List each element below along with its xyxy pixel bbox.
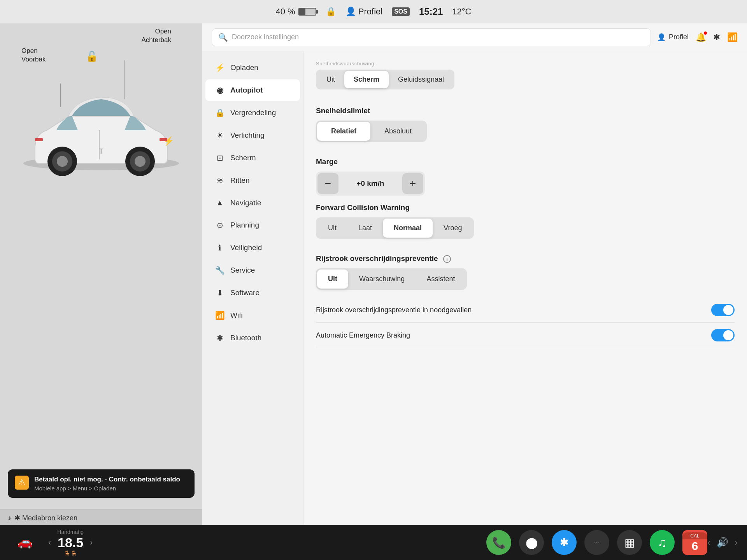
search-bar[interactable]: 🔍 Doorzoek instellingen [212, 28, 651, 46]
veiligheid-icon: ℹ [215, 243, 225, 252]
relatief-button[interactable]: Relatief [317, 122, 370, 141]
warning-text: Betaald opl. niet mog. - Contr. onbetaal… [34, 476, 180, 492]
wifi-label: Wifi [230, 311, 243, 320]
rijstrook-info-icon[interactable]: i [443, 255, 451, 263]
calendar-date: 6 [692, 539, 698, 553]
service-icon: 🔧 [215, 266, 225, 275]
planning-label: Planning [230, 221, 259, 229]
header-profile[interactable]: 👤 Profiel [657, 33, 689, 42]
speed-alert-geluid-button[interactable]: Geluidssignaal [389, 71, 453, 88]
taskbar-right: ‹ 🔊 › [707, 537, 738, 548]
phone-icon: 📞 [492, 536, 506, 549]
wifi-icon: 📶 [215, 311, 225, 320]
speed-alert-uit-button[interactable]: Uit [317, 71, 344, 88]
volume-icon[interactable]: 🔊 [717, 537, 728, 548]
calendar-button[interactable]: CAL 6 [682, 530, 707, 555]
svg-rect-11 [160, 138, 167, 141]
toggle-emergency-braking-switch[interactable] [711, 329, 735, 341]
taskbar: 🚗 ‹ Handmatig 18.5 🪑🪑 › 📞 ⬤ ✱ ··· [0, 525, 747, 560]
screen-icon: ▦ [624, 536, 635, 549]
ritten-icon: ≋ [215, 176, 225, 185]
taskbar-app-icons: 📞 ⬤ ✱ ··· ▦ ♫ CAL 6 [486, 530, 707, 555]
rijstrook-uit-button[interactable]: Uit [317, 270, 348, 289]
forward-normaal-button[interactable]: Normaal [383, 219, 433, 238]
toggle-row-rijstrook-noodgevallen: Rijstrook overschrijdingspreventie in no… [316, 298, 735, 323]
forward-vroeg-button[interactable]: Vroeg [433, 219, 473, 238]
rijstrook-waarschuwing-button[interactable]: Waarschuwing [348, 270, 416, 289]
sidebar-item-veiligheid[interactable]: ℹ Veiligheid [205, 237, 300, 259]
software-label: Software [230, 289, 260, 297]
battery-fill [299, 9, 306, 15]
spotify-icon: ♫ [658, 536, 667, 550]
sidebar-item-autopilot[interactable]: ◉ Autopilot [205, 79, 300, 101]
service-label: Service [230, 266, 255, 275]
more-button[interactable]: ··· [584, 530, 609, 555]
toggle-rijstrook-noodgevallen-switch[interactable] [711, 304, 735, 316]
rijstrook-assistent-button[interactable]: Assistent [416, 270, 466, 289]
speed-alert-scherm-button[interactable]: Scherm [344, 71, 389, 88]
sidebar-item-vergrendeling[interactable]: 🔒 Vergrendeling [205, 102, 300, 124]
battery-bar [298, 8, 316, 16]
sidebar-item-verlichting[interactable]: ☀ Verlichting [205, 124, 300, 146]
marge-plus-button[interactable]: + [402, 173, 423, 194]
veiligheid-label: Veiligheid [230, 243, 262, 252]
bluetooth-taskbar-button[interactable]: ✱ [552, 530, 577, 555]
sidebar-item-opladen[interactable]: ⚡ Opladen [205, 57, 300, 79]
calendar-top: CAL [682, 532, 707, 539]
battery-percentage: 40 % [276, 7, 295, 17]
settings-header: 🔍 Doorzoek instellingen 👤 Profiel 🔔 ✱ 📶 [202, 23, 747, 51]
temperature-display: 12°C [452, 7, 471, 17]
temp-decrease-button[interactable]: ‹ [48, 537, 51, 548]
bluetooth-taskbar-icon: ✱ [560, 537, 568, 549]
ritten-label: Ritten [230, 176, 250, 185]
speed-alert-title: Snelheidswaarschuwing [316, 61, 735, 66]
opladen-icon: ⚡ [215, 63, 225, 72]
opladen-label: Opladen [230, 63, 258, 72]
camera-icon: ⬤ [526, 536, 538, 549]
status-bar: 40 % 🔒 👤 Profiel SOS 15:21 12°C [0, 0, 747, 23]
forward-collision-group: Uit Laat Normaal Vroeg [316, 217, 474, 239]
screen-button[interactable]: ▦ [617, 530, 642, 555]
speed-alert-toggle-group: Uit Scherm Geluidssignaal [316, 70, 454, 89]
marge-control: − +0 km/h + [316, 172, 425, 196]
svg-point-6 [135, 156, 146, 167]
nav-right-button[interactable]: › [735, 537, 738, 548]
rijstrook-label: Rijstrook overschrijdingspreventie i [316, 254, 735, 263]
marge-value: +0 km/h [338, 179, 402, 188]
sidebar-item-ritten[interactable]: ≋ Ritten [205, 170, 300, 191]
marge-minus-button[interactable]: − [317, 173, 338, 194]
header-icons: 👤 Profiel 🔔 ✱ 📶 [657, 32, 738, 42]
time-display: 15:21 [419, 6, 443, 17]
sidebar-item-scherm[interactable]: ⊡ Scherm [205, 147, 300, 169]
marge-label: Marge [316, 158, 735, 166]
notification-bell-icon[interactable]: 🔔 [696, 32, 706, 42]
phone-button[interactable]: 📞 [486, 530, 511, 555]
spotify-button[interactable]: ♫ [650, 530, 675, 555]
taskbar-car-button[interactable]: 🚗 [9, 534, 40, 551]
sidebar-menu: ⚡ Opladen ◉ Autopilot 🔒 Vergrendeling ☀ … [202, 51, 303, 560]
absoluut-button[interactable]: Absoluut [370, 122, 426, 141]
open-achterbak-label[interactable]: OpenAchterbak [141, 27, 171, 44]
car-svg: T ⚡ [12, 70, 191, 187]
sidebar-item-wifi[interactable]: 📶 Wifi [205, 304, 300, 326]
temp-mode-label: Handmatig [57, 529, 84, 535]
sidebar-item-navigatie[interactable]: ▲ Navigatie [205, 192, 300, 214]
header-bluetooth-icon[interactable]: ✱ [713, 32, 720, 42]
toggle-rijstrook-noodgevallen-label: Rijstrook overschrijdingspreventie in no… [316, 306, 711, 314]
sidebar-item-service[interactable]: 🔧 Service [205, 259, 300, 281]
forward-laat-button[interactable]: Laat [347, 219, 383, 238]
nav-left-button[interactable]: ‹ [707, 537, 710, 548]
sidebar-item-bluetooth[interactable]: ✱ Bluetooth [205, 327, 300, 349]
svg-point-3 [57, 156, 68, 167]
forward-uit-button[interactable]: Uit [317, 219, 347, 238]
left-panel: OpenVoorbak OpenAchterbak 🔓 [0, 23, 202, 560]
temp-increase-button[interactable]: › [90, 537, 93, 548]
sidebar-item-planning[interactable]: ⊙ Planning [205, 214, 300, 236]
media-source-label[interactable]: ♪ ✱ Mediabron kiezen [8, 514, 195, 522]
settings-content: Snelheidswaarschuwing Uit Scherm Geluids… [303, 51, 747, 560]
autopilot-label: Autopilot [230, 86, 263, 94]
camera-button[interactable]: ⬤ [519, 530, 544, 555]
main-content: OpenVoorbak OpenAchterbak 🔓 [0, 23, 747, 560]
sidebar-item-software[interactable]: ⬇ Software [205, 282, 300, 304]
settings-body: ⚡ Opladen ◉ Autopilot 🔒 Vergrendeling ☀ … [202, 51, 747, 560]
